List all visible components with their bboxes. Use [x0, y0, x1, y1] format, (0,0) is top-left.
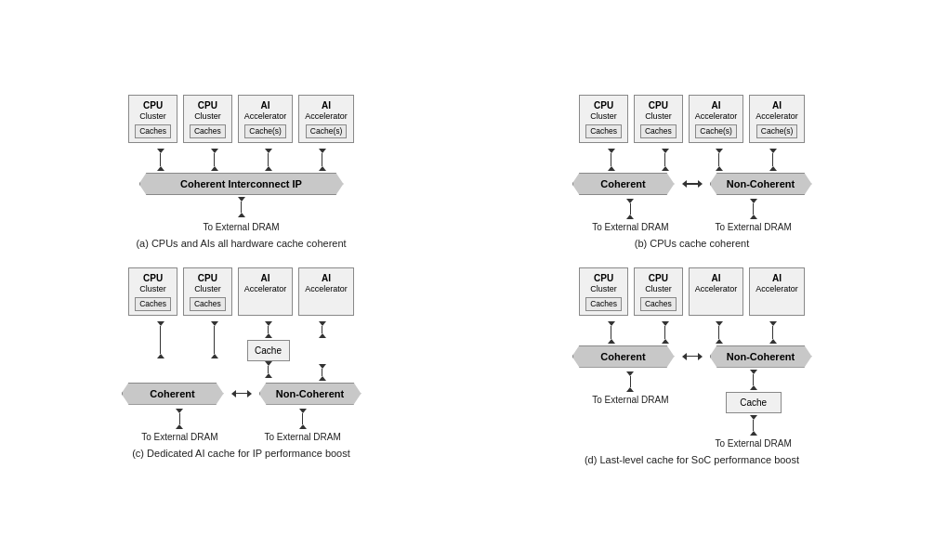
arrow-tip-up — [157, 166, 164, 171]
right-col-d: Cache To External DRAM — [716, 370, 792, 449]
unit-ai2-b: AI Accelerator Cache(s) — [749, 95, 805, 143]
banner-right-b: Non-Coherent — [710, 173, 812, 195]
ai2-col-c — [298, 321, 347, 381]
unit-cpu2-d: CPU Cluster Caches — [634, 267, 683, 316]
arrows-a — [137, 149, 347, 171]
dram-left-c: To External DRAM — [141, 409, 217, 442]
unit-cpu2-c: CPU Cluster Caches — [183, 267, 232, 316]
bottom-d: To External DRAM Cache — [592, 370, 792, 449]
caption-a: (a) CPUs and AIs all hardware cache cohe… — [136, 238, 346, 249]
arrows-c-mid: Cache — [137, 321, 347, 381]
dram-left-b: To External DRAM — [592, 199, 668, 232]
units-row-c: CPU Cluster Caches CPU Cluster Caches AI… — [128, 267, 354, 316]
arrows-d-top — [587, 321, 797, 344]
diagram-a: CPU Cluster Caches CPU Cluster Caches AI… — [30, 95, 453, 249]
unit-cpu2-a: CPU Cluster Caches — [183, 95, 232, 143]
unit-ai2-d: AI Accelerator — [749, 267, 805, 316]
arrow-col-1 — [137, 149, 185, 171]
units-row-d: CPU Cluster Caches CPU Cluster Caches AI… — [579, 267, 805, 316]
banner-right-d: Non-Coherent — [710, 345, 812, 368]
dram-right-b: To External DRAM — [716, 199, 792, 232]
drams-b: To External DRAM To External DRAM — [592, 197, 792, 232]
banners-c: Coherent Non-Coherent — [122, 383, 361, 405]
unit-cpu2-b: CPU Cluster Caches — [634, 95, 683, 143]
arrows-b-top — [587, 149, 797, 171]
banners-d: Coherent Non-Coherent — [572, 345, 812, 368]
unit-ai2-a: AI Accelerator Cache(s) — [298, 95, 354, 143]
mid-cache-d: Cache — [726, 392, 782, 413]
diagram-b: CPU Cluster Caches CPU Cluster Caches AI… — [480, 95, 903, 249]
units-row-b: CPU Cluster Caches CPU Cluster Caches AI… — [579, 95, 805, 143]
banner-left-b: Coherent — [572, 173, 675, 195]
unit-cpu1-a: CPU Cluster Caches — [128, 95, 177, 143]
unit-cpu1-b: CPU Cluster Caches — [579, 95, 628, 143]
drams-c: To External DRAM To External DRAM — [141, 407, 341, 442]
dram-arrow-a — [238, 197, 245, 217]
arrow-col-2 — [191, 149, 239, 171]
units-row-a: CPU Cluster Caches CPU Cluster Caches AI… — [128, 95, 354, 143]
banner-right-c: Non-Coherent — [259, 383, 361, 405]
unit-cpu1-d: CPU Cluster Caches — [579, 267, 628, 316]
diagram-c: CPU Cluster Caches CPU Cluster Caches AI… — [30, 267, 453, 465]
h-arrow-c — [231, 390, 252, 397]
caption-c: (c) Dedicated AI cache for IP performanc… — [132, 448, 350, 459]
dram-left-d: To External DRAM — [592, 371, 668, 405]
unit-ai1-b: AI Accelerator Cache(s) — [689, 95, 744, 143]
dram-a: To External DRAM — [203, 222, 279, 232]
banners-b: Coherent Non-Coherent — [572, 173, 812, 195]
main-container: CPU Cluster Caches CPU Cluster Caches AI… — [20, 85, 913, 474]
caption-d: (d) Last-level cache for SoC performance… — [585, 454, 799, 465]
unit-ai1-c: AI Accelerator — [238, 267, 294, 316]
banner-a: Coherent Interconnect IP — [139, 173, 344, 195]
arrow-col-3 — [244, 149, 293, 171]
mid-cache-c: Cache — [247, 340, 290, 361]
h-arrow-d — [682, 353, 703, 360]
diagram-d: CPU Cluster Caches CPU Cluster Caches AI… — [480, 267, 903, 465]
unit-ai1-a: AI Accelerator Cache(s) — [238, 95, 294, 143]
arrow-col-4 — [298, 149, 347, 171]
banner-left-c: Coherent — [122, 383, 224, 405]
ai1-col-c: Cache — [244, 321, 293, 378]
dram-right-c: To External DRAM — [265, 409, 341, 442]
arrow-line — [160, 153, 162, 166]
h-arrow-b — [682, 180, 703, 188]
banner-left-d: Coherent — [572, 345, 675, 368]
unit-ai2-c: AI Accelerator — [298, 267, 354, 316]
unit-cpu1-c: CPU Cluster Caches — [128, 267, 177, 316]
unit-ai1-d: AI Accelerator — [689, 267, 744, 316]
caption-b: (b) CPUs cache coherent — [635, 238, 750, 249]
